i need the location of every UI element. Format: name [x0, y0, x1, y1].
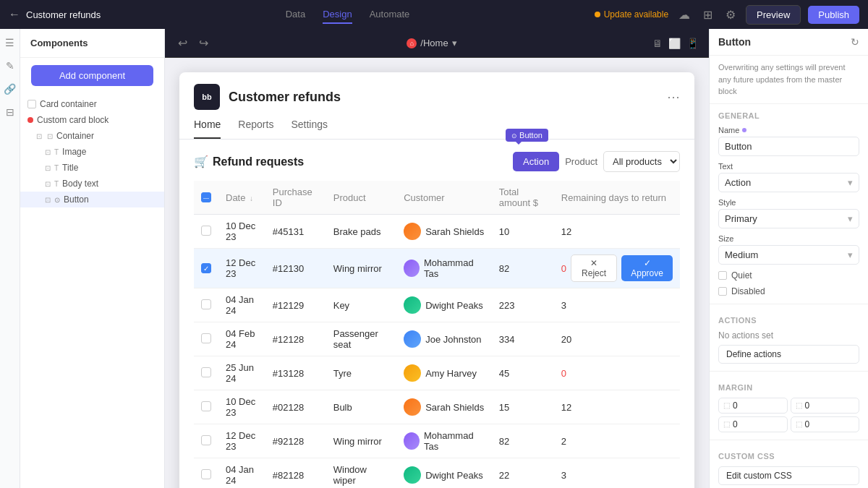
tree-item-container[interactable]: ⊡ ⊡ Container — [20, 128, 164, 144]
table-body: 10 Dec 23 #45131 Brake pads Sarah Shield… — [194, 215, 680, 489]
approve-button[interactable]: ✓ Approve — [621, 255, 673, 281]
cell-customer: Sarah Shields — [396, 215, 491, 249]
cell-product: Brake pads — [326, 215, 396, 249]
chevron-down-icon: ▾ — [848, 177, 853, 188]
quiet-label: Quiet — [731, 270, 752, 281]
reject-button[interactable]: ✕ Reject — [571, 254, 617, 282]
refresh-icon[interactable]: ↻ — [851, 36, 859, 48]
col-amount: Total amount $ — [492, 181, 554, 215]
link-icon[interactable]: 🔗 — [1, 81, 18, 97]
tree-item-body-text[interactable]: ⊡ T Body text — [20, 176, 164, 192]
row-checkbox[interactable]: ✓ — [201, 263, 211, 273]
tablet-icon[interactable]: ⬜ — [668, 38, 681, 49]
cell-days: 0 ✕ Reject ✓ Approve — [554, 249, 680, 288]
left-icon-bar: ☰ ✎ 🔗 ⊟ — [0, 29, 20, 488]
pencil-icon[interactable]: ✎ — [4, 58, 17, 74]
cell-product: Window wiper — [326, 458, 396, 489]
row-checkbox[interactable] — [201, 226, 211, 236]
name-label: Name — [718, 126, 859, 134]
grid-icon[interactable]: ⋯ — [667, 89, 680, 105]
back-button[interactable]: ← — [9, 8, 20, 21]
publish-button[interactable]: Publish — [808, 6, 859, 24]
action-button[interactable]: Action — [513, 152, 559, 171]
avatar — [404, 364, 421, 382]
quiet-checkbox[interactable] — [718, 271, 727, 280]
define-actions-button[interactable]: Define actions — [718, 345, 859, 364]
row-checkbox[interactable] — [201, 469, 211, 479]
desktop-icon[interactable]: 🖥 — [652, 38, 663, 49]
table-row: 25 Jun 24 #13128 Tyre Amy Harvey 45 0 — [194, 356, 680, 390]
margin-right[interactable]: ⬚ 0 — [791, 398, 860, 414]
redo-button[interactable]: ↪ — [196, 33, 211, 53]
cell-days: 12 — [554, 390, 680, 424]
tree-item-card-container[interactable]: Card container — [20, 96, 164, 112]
row-checkbox[interactable] — [201, 367, 211, 377]
tree-item-title[interactable]: ⊡ T Title — [20, 160, 164, 176]
disabled-checkbox[interactable] — [718, 287, 727, 296]
text-select[interactable]: Action ▾ — [718, 173, 859, 192]
nav-tab-settings[interactable]: Settings — [291, 119, 328, 139]
add-component-button[interactable]: Add component — [31, 65, 153, 86]
avatar — [404, 296, 421, 314]
action-button-wrapper: ⊙ Button Action — [513, 152, 559, 171]
margin-top[interactable]: ⬚ 0 — [718, 398, 788, 414]
sort-icon: ↓ — [250, 194, 253, 202]
mobile-icon[interactable]: 📱 — [686, 38, 699, 49]
cell-date: 04 Jan 24 — [218, 288, 265, 322]
disabled-label: Disabled — [731, 286, 765, 296]
style-select[interactable]: Primary ▾ — [718, 209, 859, 228]
tree-item-image[interactable]: ⊡ T Image — [20, 144, 164, 160]
tab-automate[interactable]: Automate — [370, 6, 410, 24]
table-section: 🛒 Refund requests ⊙ Button Action — [179, 140, 694, 488]
row-checkbox[interactable] — [201, 401, 211, 411]
days-value-red: 0 — [561, 368, 566, 379]
screen-icon[interactable]: ⊞ — [700, 5, 715, 25]
button-tooltip: ⊙ Button — [506, 129, 548, 142]
margin-left[interactable]: ⬚ 0 — [791, 416, 860, 432]
col-date: Date ↓ — [218, 181, 265, 215]
divider — [710, 304, 868, 304]
canvas-area: ↩ ↪ ⌂ /Home ▾ 🖥 ⬜ 📱 bb Customer refunds … — [165, 29, 709, 488]
bodytext-icon2: T — [54, 180, 59, 188]
cell-days: 20 — [554, 322, 680, 356]
preview-button[interactable]: Preview — [746, 5, 801, 25]
tab-design[interactable]: Design — [323, 6, 352, 24]
update-badge: Update available — [595, 9, 668, 20]
row-actions: 0 ✕ Reject ✓ Approve — [561, 254, 673, 282]
row-checkbox[interactable] — [201, 435, 211, 445]
row-checkbox[interactable] — [201, 299, 211, 309]
hamburger-icon[interactable]: ☰ — [3, 35, 17, 51]
undo-button[interactable]: ↩ — [175, 33, 190, 53]
select-all-checkbox[interactable]: — — [201, 192, 211, 202]
tree-item-button[interactable]: ⊡ ⊙ Button — [20, 192, 164, 207]
size-select[interactable]: Medium ▾ — [718, 245, 859, 265]
breadcrumb[interactable]: ⌂ /Home ▾ — [407, 38, 456, 48]
nav-tab-home[interactable]: Home — [194, 119, 221, 139]
cell-customer: Mohammad Tas — [396, 424, 491, 458]
app-frame-header: bb Customer refunds ⋯ — [179, 72, 694, 110]
actions-section: No actions set Define actions — [710, 328, 868, 367]
margin-bottom[interactable]: ⬚ 0 — [718, 416, 788, 432]
row-checkbox[interactable] — [201, 333, 211, 343]
app-frame-title: Customer refunds — [229, 90, 667, 105]
title-icon: ⊡ — [45, 164, 51, 172]
topbar-nav: Data Design Automate — [112, 6, 582, 24]
settings-icon[interactable]: ⚙ — [723, 5, 739, 25]
product-filter[interactable]: All products — [603, 151, 680, 172]
name-input[interactable] — [718, 137, 859, 156]
cell-customer: Amy Harvey — [396, 356, 491, 390]
margin-left-icon: ⬚ — [796, 420, 802, 428]
table-row: 10 Dec 23 #45131 Brake pads Sarah Shield… — [194, 215, 680, 249]
days-value: 0 — [561, 263, 566, 274]
cell-days: 0 — [554, 356, 680, 390]
nav-tab-reports[interactable]: Reports — [238, 119, 273, 139]
tab-data[interactable]: Data — [286, 6, 305, 24]
tree-item-custom-card[interactable]: Custom card block — [20, 112, 164, 128]
sidebar-header: Components — [20, 29, 164, 58]
cell-product: Bulb — [326, 390, 396, 424]
edit-css-button[interactable]: Edit custom CSS — [718, 466, 859, 485]
cloud-icon[interactable]: ☁ — [676, 5, 693, 25]
cell-date: 25 Jun 24 — [218, 356, 265, 390]
table-row: 04 Jan 24 #82128 Window wiper Dwight Pea… — [194, 458, 680, 489]
layers-icon[interactable]: ⊟ — [4, 104, 17, 120]
